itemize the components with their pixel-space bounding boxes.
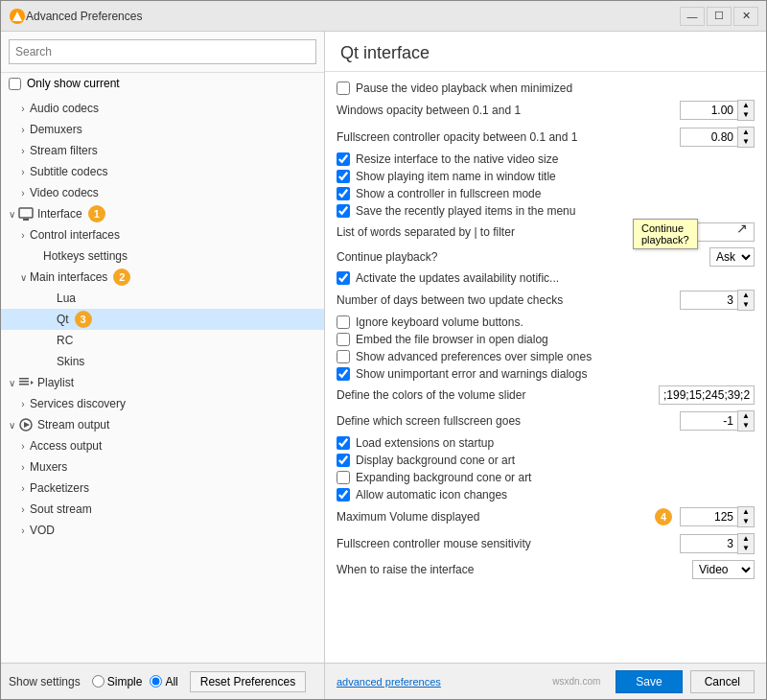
fullscreen-opacity-up[interactable]: ▲ (738, 128, 754, 137)
simple-radio-item[interactable]: Simple (92, 675, 143, 688)
continue-playback-select[interactable]: Ask Yes No (709, 247, 755, 267)
reset-preferences-button[interactable]: Reset Preferences (190, 671, 306, 692)
mouse-sensitivity-down[interactable]: ▼ (738, 544, 754, 553)
tree-item-playlist[interactable]: ∨ Playlist (1, 372, 324, 393)
show-playing-checkbox[interactable] (337, 170, 350, 183)
tree-item-control-interfaces[interactable]: › Control interfaces (1, 224, 324, 245)
pause-playback-checkbox[interactable] (337, 82, 350, 95)
resize-interface-checkbox[interactable] (337, 152, 350, 166)
tree-item-skins[interactable]: Skins (1, 351, 324, 372)
tree-item-lua[interactable]: Lua (1, 288, 324, 309)
fullscreen-opacity-down[interactable]: ▼ (738, 137, 754, 147)
tree-item-qt[interactable]: Qt 3 (1, 309, 324, 330)
tree-item-muxers[interactable]: › Muxers (1, 456, 324, 478)
tree-item-services-discovery[interactable]: › Services discovery (1, 393, 324, 414)
fullscreen-opacity-input[interactable] (680, 128, 737, 147)
show-errors-checkbox[interactable] (337, 367, 350, 381)
max-volume-input[interactable] (680, 507, 737, 526)
pause-playback-label: Pause the video playback when minimized (356, 82, 572, 95)
embed-browser-checkbox[interactable] (337, 333, 350, 346)
svg-rect-5 (19, 381, 29, 383)
update-days-up[interactable]: ▲ (738, 291, 754, 300)
all-radio[interactable] (150, 675, 162, 688)
mouse-sensitivity-up[interactable]: ▲ (738, 534, 754, 544)
simple-radio[interactable] (92, 675, 105, 688)
tree-item-vod[interactable]: › VOD (1, 520, 324, 541)
tree-item-demuxers[interactable]: › Demuxers (1, 119, 324, 140)
search-input[interactable] (9, 39, 316, 64)
expand-icon: › (16, 188, 30, 198)
fullscreen-screen-spinner: ▲ ▼ (680, 410, 755, 432)
setting-windows-opacity: Windows opacity between 0.1 and 1 ▲ ▼ (337, 97, 755, 124)
svg-rect-4 (19, 378, 29, 380)
close-button[interactable]: ✕ (733, 7, 758, 26)
setting-raise-interface: When to raise the interface Video Always… (337, 557, 755, 582)
auto-icon-checkbox[interactable] (337, 488, 350, 502)
tree-item-video-codecs[interactable]: › Video codecs (1, 182, 324, 203)
tree-item-subtitle-codecs[interactable]: › Subtitle codecs (1, 161, 324, 182)
only-show-current-checkbox[interactable] (9, 78, 21, 90)
fullscreen-screen-down[interactable]: ▼ (738, 421, 754, 431)
volume-colors-input[interactable] (659, 385, 755, 405)
load-extensions-checkbox[interactable] (337, 436, 350, 450)
max-volume-down[interactable]: ▼ (738, 517, 754, 526)
settings-area: Pause the video playback when minimized … (325, 72, 766, 663)
tree-item-sout-stream[interactable]: › Sout stream (1, 499, 324, 520)
tree-label: Hotkeys settings (43, 249, 128, 263)
windows-opacity-up[interactable]: ▲ (738, 101, 754, 110)
raise-interface-select[interactable]: Video Always Never (692, 560, 755, 579)
expanding-background-checkbox[interactable] (337, 471, 350, 484)
setting-ignore-keyboard: Ignore keyboard volume buttons. (337, 314, 755, 331)
windows-opacity-spinner: ▲ ▼ (680, 100, 755, 121)
svg-marker-9 (24, 422, 30, 428)
ignore-keyboard-checkbox[interactable] (337, 315, 350, 329)
svg-rect-6 (19, 384, 29, 385)
svg-rect-3 (23, 219, 29, 221)
mouse-sensitivity-spinner: ▲ ▼ (680, 533, 755, 554)
mouse-sensitivity-input[interactable] (680, 534, 737, 553)
windows-opacity-down[interactable]: ▼ (738, 110, 754, 120)
setting-continue-playback: Continue playback? Ask Yes No Continuepl… (337, 245, 755, 269)
tree-item-audio-codecs[interactable]: › Audio codecs (1, 98, 324, 119)
save-recent-checkbox[interactable] (337, 204, 350, 218)
setting-expanding-background: Expanding background cone or art (337, 469, 755, 486)
windows-opacity-input[interactable] (680, 101, 737, 120)
tree-label: Qt (57, 313, 69, 326)
display-background-checkbox[interactable] (337, 454, 350, 467)
update-days-input[interactable] (680, 291, 737, 310)
tree-item-stream-filters[interactable]: › Stream filters (1, 140, 324, 161)
tree-item-interface[interactable]: ∨ Interface 1 (1, 203, 324, 224)
fullscreen-opacity-spinner-btns: ▲ ▼ (737, 127, 755, 148)
tree-label: Playlist (37, 376, 74, 389)
update-days-down[interactable]: ▼ (738, 300, 754, 310)
max-volume-up[interactable]: ▲ (738, 507, 754, 517)
tree-item-stream-output[interactable]: ∨ Stream output (1, 414, 324, 435)
tree-item-main-interfaces[interactable]: ∨ Main interfaces 2 (1, 267, 324, 288)
setting-fullscreen-screen: Define which screen fullscreen goes ▲ ▼ (337, 408, 755, 434)
show-controller-checkbox[interactable] (337, 187, 350, 200)
advanced-preferences-link[interactable]: advanced preferences (337, 676, 441, 688)
tree-item-access-output[interactable]: › Access output (1, 435, 324, 456)
tree-item-rc[interactable]: RC (1, 330, 324, 351)
minimize-button[interactable]: — (680, 7, 705, 26)
tree-item-hotkeys-settings[interactable]: Hotkeys settings (1, 245, 324, 267)
tree-item-packetizers[interactable]: › Packetizers (1, 478, 324, 499)
fullscreen-screen-up[interactable]: ▲ (738, 411, 754, 421)
tree-label: Stream output (37, 418, 109, 432)
activate-updates-checkbox[interactable] (337, 271, 350, 285)
all-radio-item[interactable]: All (150, 675, 177, 688)
setting-load-extensions: Load extensions on startup (337, 434, 755, 452)
fullscreen-screen-input[interactable] (680, 411, 737, 431)
max-volume-spinner: ▲ ▼ (680, 506, 755, 527)
search-area (1, 32, 324, 73)
maximize-button[interactable]: ☐ (707, 7, 732, 26)
left-bottom-bar: Show settings Simple All Reset Preferenc… (1, 663, 324, 699)
watermark: wsxdn.com (552, 676, 600, 687)
continue-playback-control: Ask Yes No Continueplayback? ↗ (709, 247, 755, 267)
cancel-button[interactable]: Cancel (690, 670, 755, 693)
save-button[interactable]: Save (616, 670, 682, 693)
show-advanced-checkbox[interactable] (337, 350, 350, 363)
fullscreen-opacity-spinner: ▲ ▼ (680, 127, 755, 148)
tree-label: Packetizers (30, 481, 89, 495)
fullscreen-opacity-label: Fullscreen controller opacity between 0.… (337, 130, 680, 144)
